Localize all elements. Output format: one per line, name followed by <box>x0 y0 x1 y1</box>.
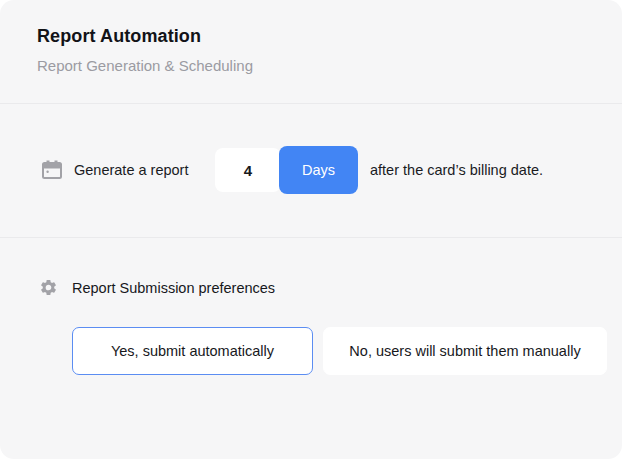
generate-report-label: Generate a report <box>74 162 188 178</box>
submit-manually-option[interactable]: No, users will submit them manually <box>323 327 607 375</box>
gear-icon <box>39 278 58 297</box>
submit-manually-label: No, users will submit them manually <box>349 343 580 359</box>
calendar-icon <box>40 158 64 182</box>
days-unit-button[interactable]: Days <box>279 146 358 194</box>
submit-automatically-label: Yes, submit automatically <box>111 343 274 359</box>
card-header: Report Automation Report Generation & Sc… <box>0 0 622 103</box>
report-generation-row: Generate a report Days after the card’s … <box>0 103 622 237</box>
report-automation-card: Report Automation Report Generation & Sc… <box>0 0 622 459</box>
billing-date-suffix-label: after the card’s billing date. <box>370 162 543 178</box>
submission-preferences-label: Report Submission preferences <box>72 280 275 296</box>
page-title: Report Automation <box>37 26 201 47</box>
days-unit-label: Days <box>302 162 335 178</box>
report-submission-section: Report Submission preferences Yes, submi… <box>0 237 622 459</box>
days-count-input[interactable] <box>215 148 281 192</box>
page-subtitle: Report Generation & Scheduling <box>37 57 253 74</box>
submit-automatically-option[interactable]: Yes, submit automatically <box>72 327 313 375</box>
